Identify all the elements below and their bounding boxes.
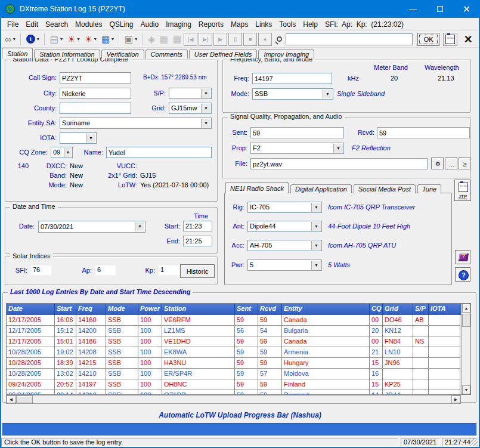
subtab-social-media-post[interactable]: Social Media Post	[354, 184, 416, 193]
cq-zone-dropdown-icon[interactable]: ▼	[64, 148, 72, 157]
col-header-s-p[interactable]: S/P	[413, 304, 429, 315]
pwr-combo[interactable]: 5▼	[247, 259, 322, 271]
tab-verification[interactable]: Verification	[101, 50, 144, 58]
solar-alert-icon[interactable]: ☀▾	[82, 32, 98, 47]
prop-dropdown-icon[interactable]: ▼	[333, 144, 343, 153]
iota-dropdown-icon[interactable]: ▼	[86, 134, 95, 143]
help-button[interactable]: ?	[455, 267, 470, 282]
info-icon[interactable]: i▾	[24, 32, 41, 47]
scroll-right-icon[interactable]: ▶	[451, 396, 460, 403]
solar-alert-icon-dropdown[interactable]: ▾	[94, 36, 97, 42]
menu-tools[interactable]: Tools	[275, 19, 299, 30]
subtab-digital-application[interactable]: Digital Application	[290, 184, 352, 193]
horizontal-scrollbar[interactable]: ◀ ▶	[6, 395, 461, 404]
acc-combo[interactable]: AH-705▼	[247, 240, 322, 251]
table-row[interactable]: 12/17/200515:1214200SSB100LZ1MS5654Bulga…	[7, 326, 461, 336]
entity-dropdown-icon[interactable]: ▼	[201, 119, 210, 128]
find-binoculars-icon-dropdown[interactable]: ▾	[13, 36, 16, 42]
browse-file-button[interactable]: ...	[445, 157, 457, 169]
county-input[interactable]	[60, 103, 131, 114]
audio-file-input[interactable]	[250, 158, 428, 169]
freq-input[interactable]	[252, 73, 332, 84]
tab-improv-imaging[interactable]: Improv Imaging	[258, 50, 314, 58]
mode-combo[interactable]: SSB▼	[252, 88, 333, 100]
tab-station-information[interactable]: Station Information	[34, 50, 100, 58]
log-entries-grid-icon-dropdown[interactable]: ▾	[60, 36, 63, 42]
rig-dropdown-icon[interactable]: ▼	[311, 203, 321, 212]
start-time-input[interactable]	[183, 221, 212, 231]
screen-capture-icon[interactable]: ▦▾	[100, 32, 116, 47]
grid-combo[interactable]: GJ15mw▼	[169, 103, 212, 114]
menu-qsling[interactable]: QSLing	[106, 19, 137, 30]
cq-zone-combo[interactable]: 09▼	[51, 147, 73, 158]
col-header-entity[interactable]: Entity	[282, 304, 370, 315]
play-audio-button[interactable]: ≥	[459, 157, 471, 169]
image-viewer-icon[interactable]: ▣▾	[123, 32, 139, 47]
menu-reports[interactable]: Reports	[195, 19, 227, 30]
tab-user-defined-fields[interactable]: User Defined Fields	[189, 50, 258, 58]
col-header-station[interactable]: Station	[162, 304, 235, 315]
table-row[interactable]: 10/28/200519:0214208SSB100EK8WA5959Armen…	[7, 347, 461, 358]
menu-links[interactable]: Links	[252, 19, 275, 30]
menu-search[interactable]: Search	[42, 19, 72, 30]
rcvd-input[interactable]	[377, 127, 470, 138]
info-icon-dropdown[interactable]: ▾	[37, 36, 39, 42]
sp-dropdown-icon[interactable]: ▼	[201, 89, 210, 98]
table-row[interactable]: 09/24/200520:1414212SSB100OZ1DD5959Denma…	[7, 390, 461, 395]
call-sign-input[interactable]	[60, 72, 131, 84]
close-button[interactable]: ✕	[453, 0, 480, 18]
horizontal-scroll-thumb[interactable]	[16, 396, 33, 403]
sp-combo[interactable]: ▼	[169, 88, 212, 99]
vertical-scroll-thumb[interactable]	[462, 314, 470, 327]
date-combo[interactable]: 07/30/2021▼	[38, 221, 145, 233]
table-row[interactable]: 09/24/200520:5214197SSB100OH8NC5959Finla…	[7, 379, 461, 390]
mode-dropdown-icon[interactable]: ▼	[323, 89, 332, 98]
subtab-tune[interactable]: Tune	[417, 184, 441, 193]
maximize-button[interactable]	[426, 0, 453, 18]
entity-sa-combo[interactable]: Suriname▼	[60, 118, 212, 129]
name-input[interactable]	[106, 147, 212, 158]
table-row[interactable]: 10/28/200513:0214210SSB100ER/SP4R5957Mol…	[7, 369, 461, 379]
city-input[interactable]	[60, 88, 131, 99]
scroll-left-icon[interactable]: ◀	[7, 396, 16, 403]
col-header-rcvd[interactable]: Rcvd	[258, 304, 282, 315]
date-dropdown-icon[interactable]: ▼	[135, 222, 144, 231]
end-time-input[interactable]	[183, 236, 212, 246]
image-viewer-icon-dropdown[interactable]: ▾	[135, 36, 137, 42]
vertical-scrollbar[interactable]: ▲ ▼	[461, 304, 470, 394]
col-header-start[interactable]: Start	[55, 304, 76, 315]
iota-combo[interactable]: ▼	[60, 132, 97, 144]
col-header-iota[interactable]: IOTA	[429, 304, 460, 315]
col-header-date[interactable]: Date	[7, 304, 55, 315]
ant-combo[interactable]: Dipole44▼	[247, 221, 322, 232]
jtp-calculator-icon[interactable]	[443, 33, 457, 46]
audio-settings-button[interactable]: ⚙	[431, 157, 444, 169]
col-header-cq[interactable]: CQ	[370, 304, 383, 315]
menu-edit[interactable]: Edit	[22, 19, 42, 30]
menu-modules[interactable]: Modules	[72, 19, 106, 30]
historic-button[interactable]: Historic	[180, 264, 215, 278]
scroll-up-icon[interactable]: ▲	[462, 304, 470, 313]
scroll-down-icon[interactable]: ▼	[462, 385, 470, 394]
log-book-button[interactable]	[455, 250, 470, 264]
col-header-power[interactable]: Power	[138, 304, 162, 315]
menu-maps[interactable]: Maps	[227, 19, 252, 30]
sent-input[interactable]	[250, 127, 344, 138]
col-header-freq[interactable]: Freq	[76, 304, 106, 315]
quick-search-input[interactable]	[286, 33, 413, 45]
acc-dropdown-icon[interactable]: ▼	[311, 241, 321, 250]
table-row[interactable]: 12/17/200515:0114186SSB100VE1DHD5959Cana…	[7, 336, 461, 347]
col-header-grid[interactable]: Grid	[383, 304, 413, 315]
rig-combo[interactable]: IC-705▼	[247, 202, 322, 213]
table-row[interactable]: 12/17/200516:0614160SSB100VE6RFM5959Cana…	[7, 315, 461, 326]
pwr-dropdown-icon[interactable]: ▼	[311, 261, 321, 270]
menu-sfi-ap-kp[interactable]: SFI: Ap: Kp: (21:23:02)	[321, 19, 407, 30]
solar-data-icon[interactable]: ☀▾	[66, 32, 81, 47]
jtp-button[interactable]: JTP	[454, 180, 471, 201]
menu-help[interactable]: Help	[299, 19, 321, 30]
col-header-mode[interactable]: Mode	[106, 304, 138, 315]
grid-dropdown-icon[interactable]: ▼	[201, 104, 210, 113]
ok-button[interactable]: OK	[417, 33, 439, 46]
resize-grip[interactable]	[470, 438, 478, 446]
menu-file[interactable]: File	[4, 19, 22, 30]
